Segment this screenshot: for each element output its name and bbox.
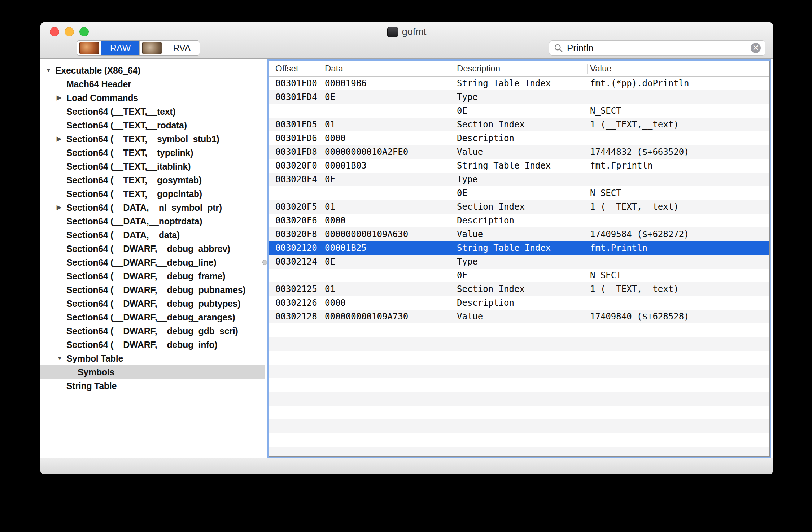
disclosure-collapsed-icon[interactable]: ▶: [57, 91, 61, 105]
table-row[interactable]: 00301FD501Section Index1 (__TEXT,__text): [269, 118, 769, 131]
sidebar-item-section64-dwarf-debug-pubnames[interactable]: Section64 (__DWARF,__debug_pubnames): [40, 283, 265, 297]
sidebar-item-section64-dwarf-debug-line[interactable]: Section64 (__DWARF,__debug_line): [40, 256, 265, 269]
table-row[interactable]: 0EN_SECT: [269, 269, 769, 282]
cell-offset: 003020F5: [269, 200, 325, 214]
cell-data: 0000: [325, 214, 457, 227]
cell-description: [457, 419, 590, 433]
table-row[interactable]: 003021240EType: [269, 255, 769, 269]
sidebar-item-string-table[interactable]: String Table: [40, 379, 265, 393]
sidebar-item-section64-text-rodata[interactable]: Section64 (__TEXT,__rodata): [40, 118, 265, 132]
table-row[interactable]: 003020F40EType: [269, 173, 769, 186]
toolbar: RAW RVA Println ✕: [40, 39, 773, 58]
sidebar-item-executable-x86-64[interactable]: ▼Executable (X86_64): [40, 64, 265, 77]
column-header-description[interactable]: Description: [457, 61, 590, 76]
disclosure-expanded-icon[interactable]: ▼: [45, 64, 52, 77]
cell-offset: 003020F0: [269, 159, 325, 173]
pane-divider[interactable]: [265, 59, 265, 458]
table-row[interactable]: 0030212501Section Index1 (__TEXT,__text): [269, 282, 769, 296]
column-separator: [587, 64, 588, 74]
column-separator: [454, 64, 454, 74]
sidebar-item-section64-data-noptrdata[interactable]: Section64 (__DATA,__noptrdata): [40, 214, 265, 228]
sidebar-item-section64-text-typelink[interactable]: Section64 (__TEXT,__typelink): [40, 146, 265, 160]
sidebar-item-section64-data-data[interactable]: Section64 (__DATA,__data): [40, 228, 265, 242]
sidebar-item-section64-text-text[interactable]: Section64 (__TEXT,__text): [40, 105, 265, 118]
sidebar-item-label: Executable (X86_64): [55, 65, 140, 75]
cell-offset: [269, 269, 325, 282]
sidebar-item-symbol-table[interactable]: ▼Symbol Table: [40, 352, 265, 365]
table-row[interactable]: 00301FD800000000010A2FE0Value17444832 ($…: [269, 145, 769, 159]
sidebar-tree[interactable]: ▼Executable (X86_64)Mach64 Header▶Load C…: [40, 59, 265, 458]
segment-rva[interactable]: RVA: [140, 41, 199, 55]
cell-offset: 00302124: [269, 255, 325, 269]
cell-description: Value: [457, 145, 590, 159]
cell-offset: 00302125: [269, 282, 325, 296]
cell-value: fmt.(*pp).doPrintln: [590, 77, 769, 90]
sidebar-item-section64-dwarf-debug-abbrev[interactable]: Section64 (__DWARF,__debug_abbrev): [40, 242, 265, 256]
sidebar-item-load-commands[interactable]: ▶Load Commands: [40, 91, 265, 105]
disclosure-collapsed-icon[interactable]: ▶: [57, 201, 61, 214]
cell-description: 0E: [457, 104, 590, 118]
sidebar-item-symbols[interactable]: Symbols: [40, 365, 265, 379]
clear-search-icon[interactable]: ✕: [751, 43, 761, 53]
cell-data: [325, 447, 457, 457]
table-row[interactable]: 00302128000000000109A730Value17409840 ($…: [269, 310, 769, 323]
disclosure-collapsed-icon[interactable]: ▶: [57, 132, 61, 146]
sidebar-item-section64-text-gopclntab[interactable]: Section64 (__TEXT,__gopclntab): [40, 187, 265, 201]
cell-data: [325, 378, 457, 392]
segment-raw[interactable]: RAW: [77, 41, 139, 55]
cell-description: 0E: [457, 269, 590, 282]
table-row[interactable]: 003020F60000Description: [269, 214, 769, 227]
cell-value: [590, 131, 769, 145]
column-header-data[interactable]: Data: [325, 61, 457, 76]
table-row[interactable]: 003020F8000000000109A630Value17409584 ($…: [269, 227, 769, 241]
table-row[interactable]: 0EN_SECT: [269, 104, 769, 118]
cell-value: [590, 419, 769, 433]
table-row[interactable]: 0EN_SECT: [269, 186, 769, 200]
column-header-value[interactable]: Value: [590, 61, 769, 76]
sidebar-item-label: Section64 (__DWARF,__debug_info): [66, 340, 217, 350]
cell-value: 17409840 ($+628528): [590, 310, 769, 323]
raw-thumbnail-icon: [79, 42, 99, 54]
splitter-handle[interactable]: [262, 260, 267, 265]
cell-description: Description: [457, 296, 590, 310]
sidebar-item-label: Section64 (__DATA,__nl_symbol_ptr): [66, 202, 222, 213]
titlebar[interactable]: gofmt: [40, 22, 773, 39]
cell-description: [457, 323, 590, 337]
sidebar-item-label: Section64 (__DWARF,__debug_pubnames): [66, 285, 245, 295]
sidebar-item-section64-text-itablink[interactable]: Section64 (__TEXT,__itablink): [40, 160, 265, 173]
cell-data: 00001B25: [325, 241, 457, 255]
sidebar-item-section64-dwarf-debug-info[interactable]: Section64 (__DWARF,__debug_info): [40, 338, 265, 352]
sidebar-item-section64-dwarf-debug-frame[interactable]: Section64 (__DWARF,__debug_frame): [40, 269, 265, 283]
search-input[interactable]: Println: [567, 43, 751, 54]
cell-value: 1 (__TEXT,__text): [590, 118, 769, 131]
table-row[interactable]: 003020F501Section Index1 (__TEXT,__text): [269, 200, 769, 214]
sidebar-item-section64-data-nl-symbol-ptr[interactable]: ▶Section64 (__DATA,__nl_symbol_ptr): [40, 201, 265, 214]
cell-value: [590, 255, 769, 269]
cell-description: Section Index: [457, 118, 590, 131]
table-row[interactable]: 003021260000Description: [269, 296, 769, 310]
table-row-empty: [269, 406, 769, 419]
cell-description: Section Index: [457, 200, 590, 214]
cell-data: [325, 433, 457, 447]
disclosure-expanded-icon[interactable]: ▼: [57, 352, 63, 365]
table-row[interactable]: 0030212000001B25String Table Indexfmt.Pr…: [269, 241, 769, 255]
sidebar-item-section64-dwarf-debug-pubtypes[interactable]: Section64 (__DWARF,__debug_pubtypes): [40, 297, 265, 310]
table-row[interactable]: 00301FD60000Description: [269, 131, 769, 145]
table-row[interactable]: 00301FD40EType: [269, 90, 769, 104]
cell-offset: [269, 104, 325, 118]
sidebar-item-section64-text-gosymtab[interactable]: Section64 (__TEXT,__gosymtab): [40, 173, 265, 187]
sidebar-item-mach64-header[interactable]: Mach64 Header: [40, 77, 265, 91]
table-row[interactable]: 003020F000001B03String Table Indexfmt.Fp…: [269, 159, 769, 173]
cell-offset: [269, 186, 325, 200]
cell-data: 00001B03: [325, 159, 457, 173]
sidebar-item-section64-dwarf-debug-gdb-scri[interactable]: Section64 (__DWARF,__debug_gdb_scri): [40, 324, 265, 338]
cell-value: [590, 214, 769, 227]
app-window: gofmt RAW RVA Println: [40, 22, 773, 474]
table-row[interactable]: 00301FD0000019B6String Table Indexfmt.(*…: [269, 77, 769, 90]
sidebar-item-section64-dwarf-debug-aranges[interactable]: Section64 (__DWARF,__debug_aranges): [40, 310, 265, 324]
sidebar-item-section64-text-symbol-stub1[interactable]: ▶Section64 (__TEXT,__symbol_stub1): [40, 132, 265, 146]
search-field[interactable]: Println ✕: [549, 40, 765, 56]
sidebar-item-label: Section64 (__TEXT,__text): [66, 106, 175, 117]
column-header-offset[interactable]: Offset: [269, 61, 325, 76]
cell-offset: [269, 392, 325, 406]
